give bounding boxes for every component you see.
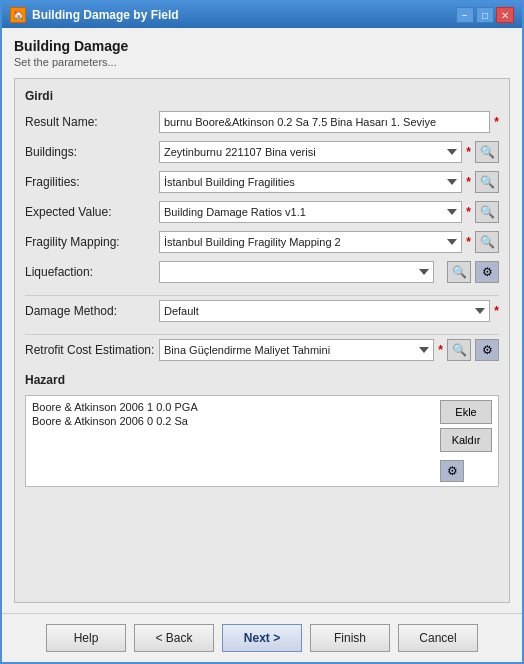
buildings-search-button[interactable]: 🔍 xyxy=(475,141,499,163)
liquefaction-gear-button[interactable]: ⚙ xyxy=(475,261,499,283)
back-button[interactable]: < Back xyxy=(134,624,214,652)
divider-1 xyxy=(25,295,499,296)
page-subtitle: Set the parameters... xyxy=(14,56,510,68)
help-button[interactable]: Help xyxy=(46,624,126,652)
minimize-button[interactable]: − xyxy=(456,7,474,23)
damage-method-label: Damage Method: xyxy=(25,304,155,318)
buildings-required: * xyxy=(466,145,471,159)
liquefaction-label: Liquefaction: xyxy=(25,265,155,279)
ekle-button[interactable]: Ekle xyxy=(440,400,492,424)
fragilities-label: Fragilities: xyxy=(25,175,155,189)
hazard-list: Boore & Atkinson 2006 1 0.0 PGA Boore & … xyxy=(32,400,432,482)
expected-value-select[interactable]: Building Damage Ratios v1.1 xyxy=(159,201,462,223)
page-title: Building Damage xyxy=(14,38,510,54)
damage-method-row: Damage Method: Default * xyxy=(25,300,499,322)
main-window: 🏠 Building Damage by Field − □ ✕ Buildin… xyxy=(0,0,524,664)
hazard-label: Hazard xyxy=(25,373,499,387)
retrofit-row: Retrofit Cost Estimation: Bina Güçlendir… xyxy=(25,339,499,361)
maximize-button[interactable]: □ xyxy=(476,7,494,23)
expected-value-input-area: Building Damage Ratios v1.1 * 🔍 xyxy=(159,201,499,223)
hazard-item-2: Boore & Atkinson 2006 0 0.2 Sa xyxy=(32,414,432,428)
result-name-input-area: * xyxy=(159,111,499,133)
damage-method-input-area: Default * xyxy=(159,300,499,322)
main-panel: Girdi Result Name: * Buildings: Zeytinbu… xyxy=(14,78,510,603)
result-name-row: Result Name: * xyxy=(25,111,499,133)
retrofit-required: * xyxy=(438,343,443,357)
retrofit-input-area: Bina Güçlendirme Maliyet Tahmini * 🔍 ⚙ xyxy=(159,339,499,361)
expected-value-row: Expected Value: Building Damage Ratios v… xyxy=(25,201,499,223)
fragilities-row: Fragilities: İstanbul Building Fragiliti… xyxy=(25,171,499,193)
expected-value-search-button[interactable]: 🔍 xyxy=(475,201,499,223)
liquefaction-search-button[interactable]: 🔍 xyxy=(447,261,471,283)
liquefaction-input-area: * 🔍 ⚙ xyxy=(159,261,499,283)
window-controls: − □ ✕ xyxy=(456,7,514,23)
fragility-mapping-select[interactable]: İstanbul Building Fragility Mapping 2 xyxy=(159,231,462,253)
title-bar: 🏠 Building Damage by Field − □ ✕ xyxy=(2,2,522,28)
retrofit-select[interactable]: Bina Güçlendirme Maliyet Tahmini xyxy=(159,339,434,361)
app-icon: 🏠 xyxy=(10,7,26,23)
fragility-mapping-search-button[interactable]: 🔍 xyxy=(475,231,499,253)
fragility-mapping-label: Fragility Mapping: xyxy=(25,235,155,249)
window-title: Building Damage by Field xyxy=(32,8,179,22)
cancel-button[interactable]: Cancel xyxy=(398,624,478,652)
retrofit-gear-button[interactable]: ⚙ xyxy=(475,339,499,361)
damage-method-required: * xyxy=(494,304,499,318)
finish-button[interactable]: Finish xyxy=(310,624,390,652)
fragilities-input-area: İstanbul Building Fragilities * 🔍 xyxy=(159,171,499,193)
buildings-input-area: Zeytinburnu 221107 Bina verisi * 🔍 xyxy=(159,141,499,163)
damage-method-select[interactable]: Default xyxy=(159,300,490,322)
fragilities-select[interactable]: İstanbul Building Fragilities xyxy=(159,171,462,193)
fragility-mapping-row: Fragility Mapping: İstanbul Building Fra… xyxy=(25,231,499,253)
next-button[interactable]: Next > xyxy=(222,624,302,652)
retrofit-search-button[interactable]: 🔍 xyxy=(447,339,471,361)
retrofit-label: Retrofit Cost Estimation: xyxy=(25,343,155,357)
fragility-mapping-required: * xyxy=(466,235,471,249)
buildings-label: Buildings: xyxy=(25,145,155,159)
section-label: Girdi xyxy=(25,89,499,103)
fragilities-required: * xyxy=(466,175,471,189)
hazard-item-1: Boore & Atkinson 2006 1 0.0 PGA xyxy=(32,400,432,414)
buildings-select[interactable]: Zeytinburnu 221107 Bina verisi xyxy=(159,141,462,163)
kaldir-button[interactable]: Kaldır xyxy=(440,428,492,452)
result-name-label: Result Name: xyxy=(25,115,155,129)
buildings-row: Buildings: Zeytinburnu 221107 Bina veris… xyxy=(25,141,499,163)
expected-value-required: * xyxy=(466,205,471,219)
fragility-mapping-input-area: İstanbul Building Fragility Mapping 2 * … xyxy=(159,231,499,253)
hazard-section: Boore & Atkinson 2006 1 0.0 PGA Boore & … xyxy=(25,395,499,487)
liquefaction-row: Liquefaction: * 🔍 ⚙ xyxy=(25,261,499,283)
bottom-bar: Help < Back Next > Finish Cancel xyxy=(2,613,522,662)
result-name-input[interactable] xyxy=(159,111,490,133)
result-name-required: * xyxy=(494,115,499,129)
close-button[interactable]: ✕ xyxy=(496,7,514,23)
content-area: Building Damage Set the parameters... Gi… xyxy=(2,28,522,613)
divider-2 xyxy=(25,334,499,335)
hazard-buttons-area: Ekle Kaldır ⚙ xyxy=(440,400,492,482)
liquefaction-select[interactable] xyxy=(159,261,434,283)
title-bar-left: 🏠 Building Damage by Field xyxy=(10,7,179,23)
hazard-gear-button[interactable]: ⚙ xyxy=(440,460,464,482)
fragilities-search-button[interactable]: 🔍 xyxy=(475,171,499,193)
expected-value-label: Expected Value: xyxy=(25,205,155,219)
